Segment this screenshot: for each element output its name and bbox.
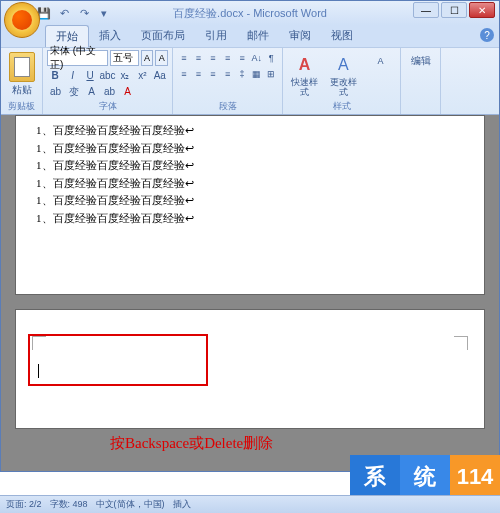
watermark: 系 统 114 (350, 455, 500, 499)
quick-styles-button[interactable]: A 快速样式 (287, 52, 322, 98)
ribbon: 粘贴 剪贴板 宋体 (中文正) 五号 A A B I U abc x₂ x² A… (1, 47, 499, 115)
annotation-highlight-box (28, 334, 208, 386)
quick-styles-label: 快速样式 (287, 78, 322, 98)
align-center-button[interactable]: ≡ (192, 66, 206, 81)
tab-references[interactable]: 引用 (195, 25, 237, 47)
paragraph-line[interactable]: 1、百度经验百度经验百度经验↩ (36, 192, 464, 210)
window-title: 百度经验.docx - Microsoft Word (173, 6, 327, 21)
font-size-combo[interactable]: 五号 (110, 50, 139, 66)
indent-inc-button[interactable]: ≡ (235, 50, 249, 65)
styles-group-label: 样式 (283, 100, 400, 113)
status-page[interactable]: 页面: 2/2 (6, 498, 42, 511)
tab-layout[interactable]: 页面布局 (131, 25, 195, 47)
sort-button[interactable]: A↓ (250, 50, 264, 65)
text-cursor (38, 364, 39, 378)
status-insert-mode[interactable]: 插入 (173, 498, 191, 511)
window-controls: — ☐ ✕ (413, 2, 495, 18)
highlight-button[interactable]: ab (101, 84, 118, 99)
phonetic-button[interactable]: 变 (65, 84, 82, 99)
change-styles-label: 更改样式 (326, 78, 361, 98)
change-styles-icon: A (332, 52, 354, 78)
page-2[interactable] (15, 309, 485, 429)
watermark-char: 系 (350, 455, 400, 499)
show-marks-button[interactable]: ¶ (264, 50, 278, 65)
align-right-button[interactable]: ≡ (206, 66, 220, 81)
align-justify-button[interactable]: ≡ (221, 66, 235, 81)
strike-button[interactable]: abc (99, 68, 115, 83)
subscript-button[interactable]: x₂ (117, 68, 133, 83)
font-group-label: 字体 (43, 100, 172, 113)
multilevel-button[interactable]: ≡ (206, 50, 220, 65)
status-bar: 页面: 2/2 字数: 498 中文(简体，中国) 插入 (0, 495, 500, 513)
paragraph-line[interactable]: 1、百度经验百度经验百度经验↩ (36, 175, 464, 193)
tab-review[interactable]: 审阅 (279, 25, 321, 47)
clear-format-button[interactable]: ab (47, 84, 64, 99)
paste-icon[interactable] (9, 52, 35, 82)
bullets-button[interactable]: ≡ (177, 50, 191, 65)
borders-button[interactable]: ⊞ (264, 66, 278, 81)
close-button[interactable]: ✕ (469, 2, 495, 18)
paragraph-line[interactable]: 1、百度经验百度经验百度经验↩ (36, 122, 464, 140)
superscript-button[interactable]: x² (134, 68, 150, 83)
undo-icon[interactable]: ↶ (55, 4, 73, 22)
shading-button[interactable]: ▦ (250, 66, 264, 81)
group-editing: 编辑 (401, 48, 441, 114)
quick-access-toolbar: 💾 ↶ ↷ ▾ (35, 4, 113, 22)
group-font: 宋体 (中文正) 五号 A A B I U abc x₂ x² Aa ab 变 … (43, 48, 173, 114)
office-logo-icon (12, 10, 32, 30)
app-window: 💾 ↶ ↷ ▾ 百度经验.docx - Microsoft Word — ☐ ✕… (0, 0, 500, 472)
grow-font-button[interactable]: A (141, 50, 154, 66)
maximize-button[interactable]: ☐ (441, 2, 467, 18)
numbering-button[interactable]: ≡ (192, 50, 206, 65)
redo-icon[interactable]: ↷ (75, 4, 93, 22)
annotation-text: 按Backspace或Delete删除 (110, 434, 273, 453)
bold-button[interactable]: B (47, 68, 63, 83)
status-language[interactable]: 中文(简体，中国) (96, 498, 165, 511)
underline-button[interactable]: U (82, 68, 98, 83)
watermark-char: 114 (450, 455, 500, 499)
group-clipboard: 粘贴 剪贴板 (1, 48, 43, 114)
office-button[interactable] (4, 2, 40, 38)
watermark-char: 统 (400, 455, 450, 499)
quick-styles-icon: A (293, 52, 315, 78)
tab-view[interactable]: 视图 (321, 25, 363, 47)
document-area[interactable]: 1、百度经验百度经验百度经验↩ 1、百度经验百度经验百度经验↩ 1、百度经验百度… (1, 115, 499, 471)
margin-mark-icon (454, 336, 468, 350)
find-button[interactable]: A (365, 52, 396, 66)
font-color-button[interactable]: A (119, 84, 136, 99)
tab-mail[interactable]: 邮件 (237, 25, 279, 47)
group-paragraph: ≡ ≡ ≡ ≡ ≡ A↓ ¶ ≡ ≡ ≡ ≡ ‡ ▦ ⊞ 段落 (173, 48, 283, 114)
font-name-combo[interactable]: 宋体 (中文正) (47, 50, 108, 66)
clipboard-group-label: 剪贴板 (1, 100, 42, 113)
char-border-button[interactable]: A (83, 84, 100, 99)
change-styles-button[interactable]: A 更改样式 (326, 52, 361, 98)
group-styles: A 快速样式 A 更改样式 A 样式 (283, 48, 401, 114)
find-icon: A (377, 56, 383, 66)
paragraph-line[interactable]: 1、百度经验百度经验百度经验↩ (36, 210, 464, 228)
status-words[interactable]: 字数: 498 (50, 498, 88, 511)
line-spacing-button[interactable]: ‡ (235, 66, 249, 81)
italic-button[interactable]: I (64, 68, 80, 83)
minimize-button[interactable]: — (413, 2, 439, 18)
paste-label: 粘贴 (12, 83, 32, 97)
qat-dropdown-icon[interactable]: ▾ (95, 4, 113, 22)
paragraph-group-label: 段落 (173, 100, 282, 113)
page-1[interactable]: 1、百度经验百度经验百度经验↩ 1、百度经验百度经验百度经验↩ 1、百度经验百度… (15, 115, 485, 295)
indent-dec-button[interactable]: ≡ (221, 50, 235, 65)
shrink-font-button[interactable]: A (155, 50, 168, 66)
paragraph-line[interactable]: 1、百度经验百度经验百度经验↩ (36, 140, 464, 158)
paragraph-line[interactable]: 1、百度经验百度经验百度经验↩ (36, 157, 464, 175)
change-case-button[interactable]: Aa (152, 68, 168, 83)
align-left-button[interactable]: ≡ (177, 66, 191, 81)
help-icon[interactable]: ? (480, 28, 494, 42)
titlebar: 💾 ↶ ↷ ▾ 百度经验.docx - Microsoft Word — ☐ ✕ (1, 1, 499, 25)
editing-label[interactable]: 编辑 (411, 54, 431, 68)
